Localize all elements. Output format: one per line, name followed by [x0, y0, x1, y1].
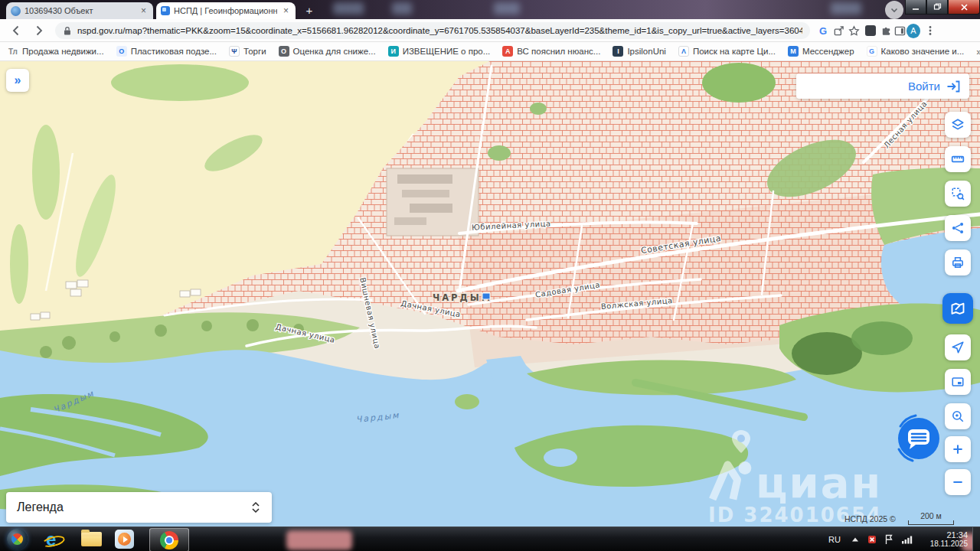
address-bar[interactable]: nspd.gov.ru/map?thematic=PKK&zoom=15&coo…	[55, 22, 810, 39]
zoom-window-button[interactable]	[945, 403, 971, 429]
bookmark-item[interactable]: ТлПродажа недвижи...	[8, 46, 104, 57]
bookmark-favicon-icon: G	[867, 46, 877, 57]
cian-watermark: циан ID 324010654	[708, 429, 900, 527]
file-explorer-button[interactable]	[81, 532, 102, 546]
alert-flag-icon	[867, 534, 877, 545]
start-button[interactable]	[7, 529, 28, 549]
media-player-button[interactable]	[115, 530, 134, 549]
show-desktop-button[interactable]	[972, 527, 980, 551]
google-g-icon: G	[819, 25, 827, 37]
login-arrow-icon	[946, 80, 960, 93]
side-panel-button[interactable]	[893, 24, 906, 37]
scale-control: 200 м	[908, 511, 954, 525]
zoom-in-button[interactable]	[945, 436, 971, 462]
measure-tool-button[interactable]	[945, 146, 971, 172]
overview-frame-button[interactable]	[945, 369, 971, 395]
tab-title: НСПД | Геоинформационный п	[174, 6, 277, 15]
legend-panel[interactable]: Легенда	[6, 492, 272, 523]
tray-expand-button[interactable]	[851, 536, 859, 543]
chevron-down-button[interactable]	[885, 1, 903, 19]
new-tab-button[interactable]: +	[302, 3, 317, 18]
clock[interactable]: 21:34 18.11.2025	[920, 530, 968, 549]
chrome-taskbar-button-active[interactable]	[149, 528, 189, 551]
magnifier-icon	[951, 409, 965, 423]
expand-sidebar-button[interactable]: »	[6, 69, 29, 92]
triangle-up-icon	[851, 536, 859, 543]
map-container: Лесная улица Юбилейная улица Советская у…	[0, 61, 980, 527]
bookmark-favicon-icon: О	[279, 46, 289, 57]
navigation-arrow-icon	[951, 341, 965, 354]
map-attribution: НСПД 2025 ©	[844, 514, 896, 523]
bookmarks-overflow-button[interactable]: »	[976, 46, 980, 57]
minimize-button[interactable]	[905, 0, 926, 15]
play-icon	[118, 533, 131, 546]
system-tray: RU 21:34 18.11.2025	[828, 527, 980, 551]
back-button[interactable]	[9, 24, 23, 37]
signal-bars-icon	[901, 535, 913, 544]
scale-label: 200 м	[908, 511, 954, 520]
language-indicator[interactable]: RU	[828, 535, 841, 544]
tray-date: 18.11.2025	[920, 540, 968, 549]
bookmark-label: Поиск на карте Ци...	[693, 47, 776, 56]
share-button[interactable]	[831, 24, 845, 37]
extensions-menu-button[interactable]	[879, 24, 893, 37]
bookmark-label: Мессенджер	[802, 47, 854, 56]
area-select-tool-button[interactable]	[945, 181, 971, 207]
locate-tool-button[interactable]	[945, 334, 971, 360]
browser-menu-button[interactable]	[923, 24, 937, 37]
action-center-button[interactable]	[867, 534, 877, 545]
webcam-overlay-artifact	[286, 530, 352, 550]
restore-button[interactable]	[926, 0, 948, 15]
desktop-blur-artifact	[333, 2, 364, 15]
object-marker[interactable]	[482, 293, 490, 299]
browser-titlebar: 10369430 Объект × НСПД | Геоинформационн…	[0, 0, 980, 19]
bookmark-item[interactable]: ООценка для сниже...	[279, 46, 376, 57]
bookmark-label: IpsilonUni	[627, 47, 666, 56]
bookmark-favicon-icon: Ψ	[229, 46, 240, 57]
tab-favicon-icon	[11, 6, 21, 16]
network-button[interactable]	[901, 535, 913, 544]
lock-icon	[63, 26, 72, 36]
tab-nspd[interactable]: НСПД | Геоинформационный п ×	[156, 2, 296, 19]
tab-close-icon[interactable]: ×	[281, 5, 291, 16]
google-services-button[interactable]: G	[816, 24, 830, 37]
close-button[interactable]	[948, 0, 980, 15]
pin-icon	[730, 429, 753, 455]
forward-button[interactable]	[32, 24, 46, 37]
expand-collapse-icon[interactable]	[250, 500, 261, 514]
tab-close-icon[interactable]: ×	[139, 5, 149, 16]
share-icon	[833, 25, 844, 37]
bookmark-label: Торги	[243, 47, 266, 56]
bookmark-item[interactable]: ΨТорги	[229, 46, 266, 57]
restore-icon	[933, 3, 942, 11]
extension-button[interactable]	[864, 24, 877, 37]
minimize-icon	[912, 4, 920, 11]
tab-object[interactable]: 10369430 Объект ×	[6, 2, 153, 19]
bookmark-item[interactable]: GКаково значение и...	[867, 46, 965, 57]
legend-title: Легенда	[17, 500, 64, 514]
bookmark-item[interactable]: AВС пояснил нюанс...	[502, 46, 600, 57]
login-button[interactable]: Войти	[908, 80, 940, 93]
bookmark-item[interactable]: ММессенджер	[788, 46, 854, 57]
bookmark-item[interactable]: ОПластиковая подзе...	[116, 46, 217, 57]
bookmark-favicon-icon: Тл	[8, 46, 18, 57]
side-panel-icon	[894, 25, 906, 37]
zoom-out-button[interactable]	[945, 469, 971, 495]
bookmark-favicon-icon: I	[612, 46, 623, 57]
bookmark-star-button[interactable]	[847, 24, 861, 37]
layers-tool-button[interactable]	[945, 112, 971, 138]
bookmark-item[interactable]: ИИЗВЕЩЕНИЕ о про...	[388, 46, 491, 57]
share-map-button[interactable]	[945, 215, 971, 241]
browser-toolbar: nspd.gov.ru/map?thematic=PKK&zoom=15&coo…	[0, 19, 980, 42]
flag-status-button[interactable]	[884, 534, 893, 545]
bookmark-label: Пластиковая подзе...	[131, 47, 217, 56]
profile-button[interactable]: A	[906, 24, 920, 37]
bookmark-item[interactable]: IIpsilonUni	[612, 46, 666, 57]
print-button[interactable]	[945, 249, 971, 276]
internet-explorer-button[interactable]: e	[42, 529, 64, 550]
bookmark-label: ИЗВЕЩЕНИЕ о про...	[403, 47, 491, 56]
bookmark-item[interactable]: ΛПоиск на карте Ци...	[678, 46, 776, 57]
draw-tool-button-active[interactable]	[942, 293, 973, 324]
frame-icon	[951, 375, 965, 389]
bookmark-label: Каково значение и...	[881, 47, 965, 56]
